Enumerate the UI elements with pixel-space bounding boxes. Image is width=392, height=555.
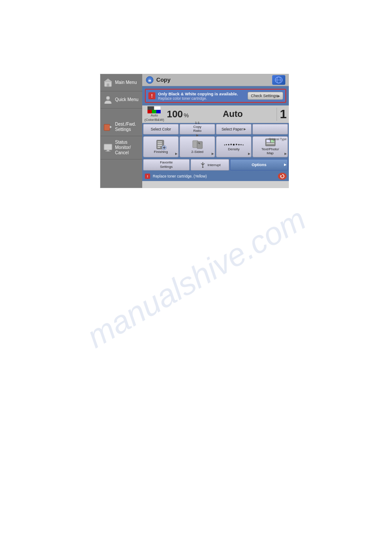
- person-icon: [103, 95, 113, 105]
- copies-display: 1: [280, 107, 287, 121]
- finishing-arrow: ▶: [175, 152, 177, 156]
- bottom-button-row: FavoriteSettings Interrupt Options ▶: [142, 158, 289, 171]
- fwd-icon: [103, 122, 113, 132]
- original-type-arrow: ▶: [284, 152, 287, 156]
- color-mode-indicator: Auto(Color/B&W): [144, 106, 164, 122]
- quick-menu-label: Quick Menu: [115, 97, 138, 102]
- svg-rect-5: [104, 144, 112, 150]
- refresh-icon: [280, 174, 285, 179]
- svg-rect-23: [158, 145, 162, 146]
- select-color-label: Select Color: [151, 127, 171, 131]
- main-menu-label: Main Menu: [115, 80, 137, 85]
- two-sided-label: 2-Sided: [191, 150, 204, 154]
- status-bar: ! Replace toner cartridge. (Yellow): [142, 171, 289, 181]
- status-monitor-label: Status Monitor/ Cancel: [115, 140, 140, 156]
- svg-rect-9: [148, 80, 151, 82]
- two-sided-icon: [192, 140, 203, 150]
- svg-text:!: !: [147, 174, 148, 178]
- title-row: Copy: [142, 74, 289, 86]
- watermark-text: manualshive.com: [80, 200, 311, 355]
- density-arrow: ▶: [248, 152, 250, 156]
- alert-text-block: Only Black & White copying is available.…: [158, 91, 248, 101]
- status-row: Auto(Color/B&W) 100 % Auto 1: [142, 105, 289, 123]
- monitor-icon: [103, 143, 113, 152]
- svg-rect-18: [152, 110, 156, 113]
- two-sided-button[interactable]: 2-Sided ▶: [180, 136, 215, 157]
- select-paper-arrow: ▶: [244, 127, 246, 131]
- globe-button[interactable]: [272, 75, 285, 85]
- left-sidebar: Main Menu Quick Menu Dest./Fwd. Settings…: [100, 74, 142, 188]
- top-button-row: Select Color 1:1CopyRatio ▶ Select Paper…: [142, 123, 289, 135]
- svg-rect-16: [154, 106, 161, 110]
- density-slider: ● ● ● ● ● ● ● ● ●: [224, 142, 244, 147]
- empty-top-button[interactable]: [252, 124, 288, 134]
- sidebar-item-quick-menu[interactable]: Quick Menu: [101, 91, 142, 109]
- sidebar-item-main-menu[interactable]: Main Menu: [101, 74, 142, 91]
- svg-rect-29: [197, 141, 202, 149]
- density-button[interactable]: ● ● ● ● ● ● ● ● ● Density ▶: [216, 136, 252, 157]
- finishing-icon: [155, 140, 167, 150]
- alert-sub-text: Replace color toner cartridge.: [158, 96, 248, 101]
- svg-rect-21: [158, 141, 162, 142]
- copy-title-text: Copy: [156, 76, 272, 83]
- select-paper-button[interactable]: Select Paper ▶: [216, 124, 252, 134]
- percent-value: 100: [167, 109, 183, 120]
- divider: [277, 108, 277, 121]
- sidebar-item-status-monitor[interactable]: Status Monitor/ Cancel: [101, 136, 142, 160]
- color-mode-text: Auto(Color/B&W): [144, 113, 164, 122]
- copy-ratio-label: 1:1CopyRatio: [193, 121, 201, 133]
- status-bar-text: Replace toner cartridge. (Yellow): [153, 174, 276, 178]
- density-label: Density: [228, 148, 240, 152]
- svg-rect-33: [266, 143, 274, 144]
- original-type-label: Text/Photo/Map: [261, 148, 279, 156]
- svg-rect-7: [105, 151, 111, 152]
- main-content-area: Copy ! Only Black & White copying is ava…: [142, 74, 289, 188]
- finishing-label: Finishing: [154, 150, 168, 154]
- svg-rect-24: [158, 147, 160, 148]
- func-button-row: Finishing ▶ 2-Sided ▶ ● ● ● ● ● ● ● ●: [142, 135, 289, 158]
- svg-point-34: [202, 167, 203, 168]
- two-sided-arrow: ▶: [212, 152, 214, 156]
- select-color-button[interactable]: Select Color: [143, 124, 179, 134]
- original-type-top-label: Original Type: [269, 138, 287, 141]
- alert-main-text: Only Black & White copying is available.: [158, 91, 248, 96]
- home-icon: [103, 78, 113, 87]
- svg-rect-22: [158, 143, 162, 144]
- auto-display: Auto: [191, 109, 274, 119]
- svg-rect-2: [107, 83, 109, 87]
- interrupt-button[interactable]: Interrupt: [191, 159, 229, 170]
- svg-rect-19: [156, 110, 161, 113]
- favorite-settings-button[interactable]: FavoriteSettings: [143, 159, 190, 170]
- dest-fwd-label: Dest./Fwd. Settings: [115, 122, 140, 132]
- alert-icon: !: [148, 92, 156, 100]
- percent-display-group: 100 %: [167, 109, 189, 120]
- select-paper-label: Select Paper: [222, 127, 243, 131]
- alert-container: ! Only Black & White copying is availabl…: [142, 86, 289, 105]
- svg-rect-17: [147, 110, 152, 113]
- options-arrow: ▶: [284, 163, 286, 167]
- svg-marker-1: [104, 79, 112, 82]
- copy-ratio-button[interactable]: 1:1CopyRatio ▶: [180, 124, 215, 134]
- copy-title-icon: [146, 76, 154, 84]
- svg-rect-15: [147, 106, 154, 110]
- alert-banner: ! Only Black & White copying is availabl…: [145, 89, 286, 103]
- interrupt-icon: [199, 162, 206, 168]
- svg-rect-4: [104, 124, 110, 131]
- check-settings-button[interactable]: Check Settings ▶: [248, 92, 283, 100]
- finishing-button[interactable]: Finishing ▶: [143, 136, 179, 157]
- status-bar-warning-icon: !: [144, 173, 151, 179]
- status-bar-action-button[interactable]: [278, 173, 287, 180]
- favorite-settings-label: FavoriteSettings: [160, 160, 173, 169]
- options-button[interactable]: Options ▶: [230, 159, 288, 170]
- svg-text:!: !: [151, 93, 153, 98]
- interrupt-label: Interrupt: [208, 163, 221, 167]
- color-swatch-icon: [147, 106, 161, 113]
- percent-unit: %: [184, 112, 189, 119]
- globe-icon: [274, 76, 283, 83]
- svg-rect-6: [107, 150, 109, 151]
- original-type-button[interactable]: Text/Photo/Map Original Type ▶: [252, 136, 288, 157]
- sidebar-item-dest-fwd[interactable]: Dest./Fwd. Settings: [101, 109, 142, 136]
- options-label: Options: [252, 163, 266, 167]
- svg-point-3: [106, 96, 110, 100]
